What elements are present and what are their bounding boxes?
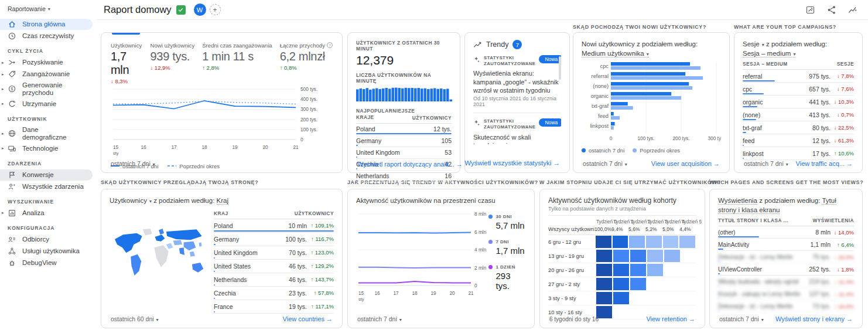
svg-text:8 mln: 8 mln	[474, 211, 487, 217]
legend-key: 30 DNI	[488, 214, 526, 219]
view-traffic-acquisition-link[interactable]: View traffic acq...	[796, 160, 853, 167]
acquisition-bar-chart: 0100 tys.200 tys.300 tys.cpcreferral(non…	[582, 60, 721, 144]
table-row: Netherlands46 tys.↑ 143,7%	[214, 273, 334, 287]
view-all-insights-link[interactable]: Wyświetl wszystkie statystyki	[464, 159, 560, 167]
svg-text:17: 17	[393, 290, 399, 296]
table-row: Czechia23 tys.↑ 57,8%	[214, 287, 334, 300]
overview-line-chart: 500 tys.400 tys.300 tys.200 tys.100 tys.…	[111, 84, 334, 159]
report-collection-switcher[interactable]: Raportowanie	[0, 4, 97, 18]
table-row: Netherlands16	[356, 171, 452, 182]
cohort-label: 6 gru - 12 gru	[548, 239, 596, 245]
realtime-report-link[interactable]: Wyświetl raport dotyczący analit...	[357, 161, 463, 168]
view-retention-link[interactable]: View retention	[646, 315, 695, 322]
sidebar-item-generowanie-przychodu[interactable]: $Generowanie przychodu	[0, 80, 97, 98]
campaigns-dimension-picker[interactable]: Sesja – medium	[743, 50, 795, 57]
activity-line-chart: 8 mln6 mln4 mln2 mln015sty161718192021	[356, 208, 488, 303]
add-comparison-button[interactable]: +	[210, 4, 221, 15]
campaigns-metric-picker[interactable]: Sesje	[743, 40, 764, 47]
sidebar-item-odbiorcy[interactable]: Odbiorcy	[0, 234, 97, 245]
campaigns-date-range[interactable]: ostatnich 7 dni	[744, 160, 788, 167]
row-delta: ↓ 10,3%	[831, 98, 854, 105]
insights-icon[interactable]	[848, 5, 857, 15]
row-name: Dekoracje - ść - Leroy Merlin	[718, 303, 804, 310]
insight-date: Od 10 stycznia 2021 do 16 stycznia 2021	[473, 96, 561, 107]
row-name: referral	[743, 73, 802, 80]
all-users-label: Wszyscy użytkownicy	[548, 226, 594, 232]
activity-date-range[interactable]: ostatnich 7 dni	[357, 315, 402, 322]
svg-text:0: 0	[300, 137, 303, 142]
activity-legend: 30 DNI5,7 mln7 DNI1,7 mln1 DZIEŃ293 tys.	[488, 208, 526, 303]
activity-legend-entry: 7 DNI1,7 mln	[488, 239, 526, 256]
cohort-label: 3 sty - 9 sty	[548, 295, 596, 301]
sidebar-item-technologie[interactable]: Technologie	[0, 143, 97, 154]
pages-date-range[interactable]: ostatnich 7 dni	[719, 315, 764, 322]
share-icon[interactable]	[827, 5, 836, 15]
countries-date-range[interactable]: ostatnich 60 dni	[111, 315, 159, 322]
row-delta: ↑ 6,4%	[831, 242, 854, 248]
row-name: cpc	[743, 86, 802, 93]
table-row: (other)8 mln↓ 14,0%	[718, 226, 854, 239]
row-name: txt-graf	[743, 124, 802, 131]
metric-label: Łączne przychody?	[280, 42, 333, 49]
legend-value: 293 tys.	[495, 271, 526, 291]
customize-report-icon[interactable]	[806, 5, 815, 15]
row-delta: ↓ 1,8%	[831, 266, 854, 273]
sidebar-item-utrzymanie[interactable]: Utrzymanie	[0, 98, 97, 110]
sidebar-item-pozyskiwanie[interactable]: Pozyskiwanie	[0, 57, 97, 68]
help-icon[interactable]: ?	[327, 42, 333, 48]
home-icon	[8, 20, 16, 29]
row-name: United Kingdom	[356, 149, 425, 156]
sidebar-item-analiza[interactable]: Analiza	[0, 208, 97, 219]
row-bar	[214, 244, 216, 245]
sidebar-item-zaanga-owanie[interactable]: Zaangażowanie	[0, 69, 97, 80]
pages-metric-picker[interactable]: Wyświetlenia	[718, 197, 757, 205]
row-name: Germany	[356, 137, 425, 144]
countries-metric-picker[interactable]: Użytkownicy	[110, 197, 152, 204]
sidebar-item-czas-rzeczywisty[interactable]: Czas rzeczywisty	[0, 30, 97, 42]
svg-text:0: 0	[610, 135, 613, 141]
row-delta: ↓ 11,4%	[831, 291, 854, 297]
svg-text:20: 20	[449, 290, 455, 296]
avatar[interactable]: W	[194, 4, 206, 16]
view-user-acquisition-link[interactable]: View user acquisition	[651, 160, 720, 167]
acquisition-date-range[interactable]: ostatnich 7 dni	[583, 160, 627, 167]
sidebar-item-us-ugi-u-ytkownika[interactable]: Usługi użytkownika	[0, 246, 97, 257]
cohort-cell	[596, 250, 612, 262]
overview-date-range[interactable]: ostatnich 7 dni	[111, 160, 155, 167]
world-map	[110, 210, 208, 304]
insight-item[interactable]: STATYSTYKI ZAUTOMATYZOWANENowaSkutecznoś…	[473, 118, 561, 144]
retention-card: Aktywność użytkowników według kohorty Ty…	[539, 189, 705, 328]
insight-item[interactable]: STATYSTYKI ZAUTOMATYZOWANENowaWyświetlen…	[473, 55, 561, 107]
row-value: 17 tys.	[802, 150, 831, 157]
sidebar-item-konwersje[interactable]: Konwersje	[0, 169, 93, 181]
sidebar-item-strona-g-wna[interactable]: Strona główna	[0, 19, 93, 30]
row-value: 1,1 mln	[804, 241, 831, 248]
view-countries-link[interactable]: View countries	[283, 315, 333, 322]
sidebar-section-label: KONFIGURACJA	[8, 225, 97, 231]
scrollbar[interactable]	[559, 56, 561, 80]
row-delta: ↓ 11,4%	[831, 278, 854, 285]
activity-legend-entry: 30 DNI5,7 mln	[488, 214, 526, 230]
sidebar-item-dane-demograficzne[interactable]: Dane demograficzne	[0, 125, 97, 142]
row-delta: ↑ 117,1%	[307, 303, 334, 310]
svg-text:organic: organic	[591, 93, 609, 99]
sidebar-section-label: ZDARZENIA	[8, 161, 97, 167]
retention-subtitle: Tylko na podstawie danych z urządzenia	[548, 206, 696, 216]
acquisition-dimension-picker[interactable]: Medium użytkownika	[582, 50, 649, 57]
legend-key: 1 DZIEŃ	[488, 264, 526, 270]
countries-dimension-picker[interactable]: Kraj	[217, 197, 228, 205]
all-events-icon	[8, 182, 16, 191]
realtime-subtitle: LICZBA UŻYTKOWNIKÓW NA MINUTĘ	[356, 72, 452, 84]
pages-table: (other)8 mln↓ 14,0%MainActivity1,1 mln↑ …	[718, 226, 854, 312]
row-delta: ↑ 123,0%	[307, 249, 334, 256]
sidebar-item-label: Zaangażowanie	[22, 70, 70, 78]
retention-icon	[8, 100, 16, 108]
new-badge: Nowa	[539, 118, 561, 127]
sidebar-section-label: UŻYTKOWNIK	[8, 116, 97, 122]
sidebar-item-wszystkie-zdarzenia[interactable]: Wszystkie zdarzenia	[0, 181, 97, 192]
view-pages-link[interactable]: Wyświetl strony i ekrany	[775, 315, 853, 322]
row-value: 252 tys.	[804, 266, 831, 273]
svg-text:300 tys.: 300 tys.	[708, 135, 721, 141]
svg-text:21: 21	[293, 144, 299, 150]
sidebar-item-debugview[interactable]: DebugView	[0, 257, 97, 269]
